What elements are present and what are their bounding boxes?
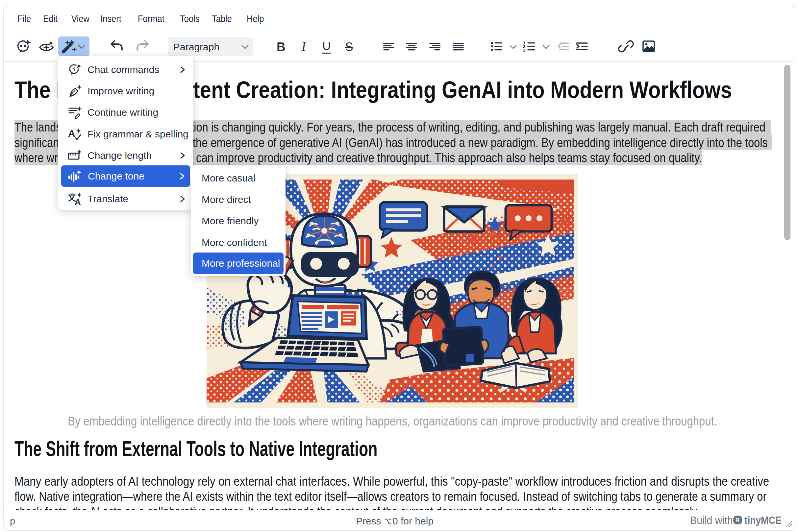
svg-text:A: A [75, 197, 81, 206]
svg-text:A: A [68, 128, 75, 139]
svg-text:3: 3 [523, 48, 525, 53]
